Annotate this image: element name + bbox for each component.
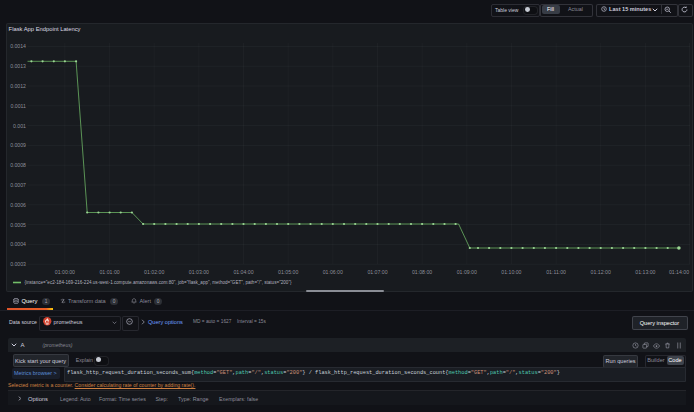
svg-text:01:11:00: 01:11:00 xyxy=(546,269,566,275)
svg-text:01:02:00: 01:02:00 xyxy=(144,269,164,275)
svg-text:0.0007: 0.0007 xyxy=(10,182,26,188)
svg-text:01:10:00: 01:10:00 xyxy=(501,269,521,275)
svg-text:01:14:00: 01:14:00 xyxy=(669,269,689,275)
svg-text:01:01:00: 01:01:00 xyxy=(99,269,119,275)
svg-text:01:08:00: 01:08:00 xyxy=(412,269,432,275)
svg-text:{instance="ec2-184-169-216-224: {instance="ec2-184-169-216-224.us-west-1… xyxy=(24,280,292,285)
svg-text:0.0013: 0.0013 xyxy=(10,63,26,69)
svg-text:01:05:00: 01:05:00 xyxy=(278,269,298,275)
svg-text:0.0006: 0.0006 xyxy=(10,202,26,208)
svg-text:0.0014: 0.0014 xyxy=(10,43,26,49)
svg-text:01:13:00: 01:13:00 xyxy=(635,269,655,275)
svg-text:0.0004: 0.0004 xyxy=(10,241,26,247)
svg-text:0.0005: 0.0005 xyxy=(10,222,26,228)
svg-text:0.0008: 0.0008 xyxy=(10,162,26,168)
svg-text:0.0011: 0.0011 xyxy=(11,103,27,109)
svg-text:01:12:00: 01:12:00 xyxy=(591,269,611,275)
svg-text:0.001: 0.001 xyxy=(13,123,26,129)
svg-text:01:03:00: 01:03:00 xyxy=(189,269,209,275)
svg-text:01:06:00: 01:06:00 xyxy=(323,269,343,275)
svg-text:0.0009: 0.0009 xyxy=(10,142,26,148)
svg-text:01:04:00: 01:04:00 xyxy=(233,269,253,275)
svg-text:0.0003: 0.0003 xyxy=(10,261,26,267)
svg-text:01:09:00: 01:09:00 xyxy=(457,269,477,275)
svg-text:01:00:00: 01:00:00 xyxy=(55,269,75,275)
svg-text:0.0012: 0.0012 xyxy=(10,83,26,89)
svg-text:01:07:00: 01:07:00 xyxy=(367,269,387,275)
